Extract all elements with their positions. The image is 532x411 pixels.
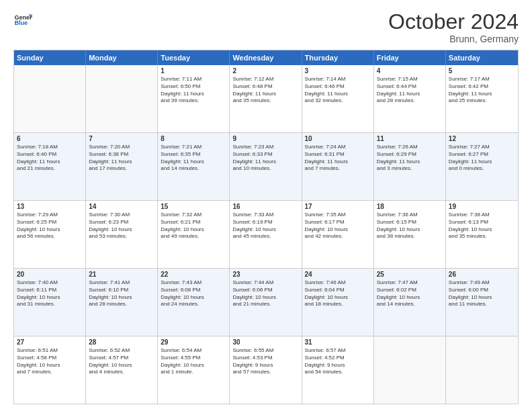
cell-info: Sunrise: 7:29 AM Sunset: 6:25 PM Dayligh… (17, 212, 83, 240)
calendar-cell: 12Sunrise: 7:27 AM Sunset: 6:27 PM Dayli… (446, 133, 518, 200)
cell-info: Sunrise: 7:26 AM Sunset: 6:29 PM Dayligh… (377, 144, 443, 173)
calendar-cell: 1Sunrise: 7:11 AM Sunset: 6:50 PM Daylig… (158, 65, 230, 132)
day-number: 15 (161, 203, 226, 210)
cell-info: Sunrise: 7:44 AM Sunset: 6:06 PM Dayligh… (232, 279, 298, 308)
day-number: 29 (161, 338, 226, 346)
cell-info: Sunrise: 7:33 AM Sunset: 6:19 PM Dayligh… (232, 212, 298, 240)
calendar-cell: 30Sunrise: 6:55 AM Sunset: 4:53 PM Dayli… (230, 336, 302, 404)
weekday-header: Monday (86, 50, 158, 65)
day-number: 19 (449, 203, 515, 210)
calendar-cell: 14Sunrise: 7:30 AM Sunset: 6:23 PM Dayli… (86, 201, 158, 268)
month-title: October 2024 (388, 11, 519, 32)
calendar-cell: 21Sunrise: 7:41 AM Sunset: 6:10 PM Dayli… (86, 269, 158, 336)
calendar-header: SundayMondayTuesdayWednesdayThursdayFrid… (14, 50, 518, 65)
cell-info: Sunrise: 7:24 AM Sunset: 6:31 PM Dayligh… (305, 144, 371, 173)
cell-info: Sunrise: 7:30 AM Sunset: 6:23 PM Dayligh… (89, 212, 154, 240)
day-number: 13 (17, 203, 83, 210)
weekday-header: Thursday (302, 50, 374, 65)
day-number: 12 (449, 135, 515, 142)
day-number: 1 (161, 67, 226, 75)
calendar-cell: 5Sunrise: 7:17 AM Sunset: 6:42 PM Daylig… (446, 65, 518, 132)
cell-info: Sunrise: 7:38 AM Sunset: 6:13 PM Dayligh… (449, 212, 515, 240)
day-number: 4 (377, 67, 443, 75)
calendar-row: 20Sunrise: 7:40 AM Sunset: 6:11 PM Dayli… (14, 268, 518, 336)
day-number: 30 (232, 338, 298, 346)
calendar-cell: 4Sunrise: 7:15 AM Sunset: 6:44 PM Daylig… (374, 65, 446, 132)
calendar-cell (446, 336, 518, 404)
calendar-cell: 25Sunrise: 7:47 AM Sunset: 6:02 PM Dayli… (374, 269, 446, 336)
cell-info: Sunrise: 7:32 AM Sunset: 6:21 PM Dayligh… (161, 212, 226, 240)
calendar-cell: 15Sunrise: 7:32 AM Sunset: 6:21 PM Dayli… (158, 201, 230, 268)
header: General Blue October 2024 Brunn, Germany (13, 11, 519, 44)
day-number: 26 (449, 271, 515, 278)
day-number: 24 (305, 271, 371, 278)
title-block: October 2024 Brunn, Germany (388, 11, 519, 44)
cell-info: Sunrise: 7:36 AM Sunset: 6:15 PM Dayligh… (377, 212, 443, 240)
day-number: 2 (232, 67, 298, 75)
day-number: 25 (377, 271, 443, 278)
cell-info: Sunrise: 7:27 AM Sunset: 6:27 PM Dayligh… (449, 144, 515, 173)
location: Brunn, Germany (388, 34, 519, 44)
cell-info: Sunrise: 7:46 AM Sunset: 6:04 PM Dayligh… (305, 279, 371, 308)
calendar-cell: 19Sunrise: 7:38 AM Sunset: 6:13 PM Dayli… (446, 201, 518, 268)
cell-info: Sunrise: 6:54 AM Sunset: 4:55 PM Dayligh… (161, 347, 226, 376)
day-number: 9 (232, 135, 298, 142)
calendar-cell: 2Sunrise: 7:12 AM Sunset: 6:48 PM Daylig… (230, 65, 302, 132)
calendar-cell: 28Sunrise: 6:52 AM Sunset: 4:57 PM Dayli… (86, 336, 158, 404)
day-number: 27 (17, 338, 83, 346)
calendar-cell (86, 65, 158, 132)
cell-info: Sunrise: 7:21 AM Sunset: 6:35 PM Dayligh… (161, 144, 226, 173)
weekday-header: Wednesday (230, 50, 302, 65)
cell-info: Sunrise: 6:57 AM Sunset: 4:52 PM Dayligh… (305, 347, 371, 376)
calendar-row: 27Sunrise: 6:51 AM Sunset: 4:58 PM Dayli… (14, 336, 518, 404)
weekday-header: Saturday (446, 50, 518, 65)
cell-info: Sunrise: 7:20 AM Sunset: 6:38 PM Dayligh… (89, 144, 154, 173)
cell-info: Sunrise: 7:23 AM Sunset: 6:33 PM Dayligh… (232, 144, 298, 173)
logo: General Blue (13, 11, 32, 30)
cell-info: Sunrise: 7:11 AM Sunset: 6:50 PM Dayligh… (161, 76, 226, 105)
cell-info: Sunrise: 7:14 AM Sunset: 6:46 PM Dayligh… (305, 76, 371, 105)
cell-info: Sunrise: 7:43 AM Sunset: 6:08 PM Dayligh… (161, 279, 226, 308)
calendar-cell: 29Sunrise: 6:54 AM Sunset: 4:55 PM Dayli… (158, 336, 230, 404)
calendar-cell: 9Sunrise: 7:23 AM Sunset: 6:33 PM Daylig… (230, 133, 302, 200)
calendar-cell (374, 336, 446, 404)
cell-info: Sunrise: 7:17 AM Sunset: 6:42 PM Dayligh… (449, 76, 515, 105)
cell-info: Sunrise: 6:55 AM Sunset: 4:53 PM Dayligh… (232, 347, 298, 376)
calendar-cell: 22Sunrise: 7:43 AM Sunset: 6:08 PM Dayli… (158, 269, 230, 336)
calendar-row: 1Sunrise: 7:11 AM Sunset: 6:50 PM Daylig… (14, 65, 518, 132)
cell-info: Sunrise: 7:49 AM Sunset: 6:00 PM Dayligh… (449, 279, 515, 308)
calendar-cell: 26Sunrise: 7:49 AM Sunset: 6:00 PM Dayli… (446, 269, 518, 336)
day-number: 22 (161, 271, 226, 278)
svg-text:Blue: Blue (14, 19, 28, 26)
calendar-body: 1Sunrise: 7:11 AM Sunset: 6:50 PM Daylig… (14, 65, 518, 404)
calendar-cell: 24Sunrise: 7:46 AM Sunset: 6:04 PM Dayli… (302, 269, 374, 336)
day-number: 3 (305, 67, 371, 75)
calendar-cell (14, 65, 86, 132)
logo-icon: General Blue (13, 11, 32, 30)
day-number: 21 (89, 271, 154, 278)
calendar-cell: 13Sunrise: 7:29 AM Sunset: 6:25 PM Dayli… (14, 201, 86, 268)
calendar-cell: 18Sunrise: 7:36 AM Sunset: 6:15 PM Dayli… (374, 201, 446, 268)
calendar-cell: 7Sunrise: 7:20 AM Sunset: 6:38 PM Daylig… (86, 133, 158, 200)
day-number: 20 (17, 271, 83, 278)
calendar-cell: 8Sunrise: 7:21 AM Sunset: 6:35 PM Daylig… (158, 133, 230, 200)
calendar-cell: 3Sunrise: 7:14 AM Sunset: 6:46 PM Daylig… (302, 65, 374, 132)
day-number: 8 (161, 135, 226, 142)
calendar-cell: 17Sunrise: 7:35 AM Sunset: 6:17 PM Dayli… (302, 201, 374, 268)
cell-info: Sunrise: 7:35 AM Sunset: 6:17 PM Dayligh… (305, 212, 371, 240)
weekday-header: Tuesday (158, 50, 230, 65)
weekday-header: Friday (374, 50, 446, 65)
weekday-header: Sunday (14, 50, 86, 65)
cell-info: Sunrise: 7:41 AM Sunset: 6:10 PM Dayligh… (89, 279, 154, 308)
day-number: 11 (377, 135, 443, 142)
day-number: 16 (232, 203, 298, 210)
calendar-cell: 31Sunrise: 6:57 AM Sunset: 4:52 PM Dayli… (302, 336, 374, 404)
calendar-cell: 11Sunrise: 7:26 AM Sunset: 6:29 PM Dayli… (374, 133, 446, 200)
calendar-row: 13Sunrise: 7:29 AM Sunset: 6:25 PM Dayli… (14, 200, 518, 268)
calendar-cell: 6Sunrise: 7:18 AM Sunset: 6:40 PM Daylig… (14, 133, 86, 200)
day-number: 28 (89, 338, 154, 346)
day-number: 10 (305, 135, 371, 142)
day-number: 5 (449, 67, 515, 75)
cell-info: Sunrise: 7:15 AM Sunset: 6:44 PM Dayligh… (377, 76, 443, 105)
cell-info: Sunrise: 7:47 AM Sunset: 6:02 PM Dayligh… (377, 279, 443, 308)
